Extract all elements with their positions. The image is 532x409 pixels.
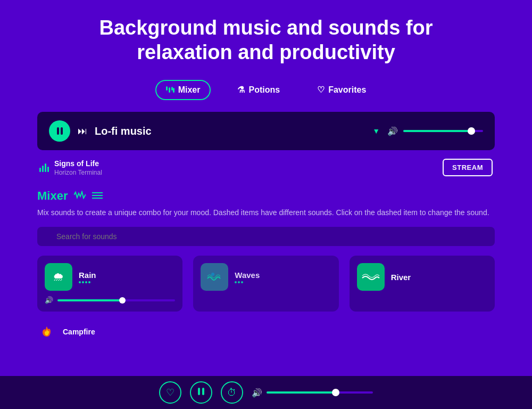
pause-icon [57,127,63,135]
rain-volume: 🔊 [45,296,175,304]
waves-icon [201,263,228,291]
mixer-header: Mixer [37,189,495,203]
river-info: River [391,273,411,282]
playback-pause-button[interactable] [190,381,212,404]
sound-card-rain: 🌧 Rain 🔊 [37,256,182,312]
tab-mixer[interactable]: Mixer [155,80,211,100]
song-title: Signs of Life [54,159,102,168]
heart-nav-icon: ♡ [317,85,325,95]
volume-fill [403,130,471,132]
volume-thumb [468,127,475,135]
volume-slider[interactable] [403,130,483,132]
song-info-text: Signs of Life Horizon Terminal [54,159,102,176]
page-wrapper: Background music and sounds for relaxati… [0,0,532,409]
river-name: River [391,273,411,282]
waves-info: Waves [235,271,260,283]
track-title: Lo-fi music [95,125,365,137]
waves-card-header: Waves [201,263,331,291]
heart-icon: ♡ [166,387,174,398]
campfire-name: Campfire [63,328,95,336]
rain-volume-icon: 🔊 [45,296,53,304]
waves-dots [235,281,260,283]
campfire-row: Campfire [37,319,495,341]
mixer-description: Mix sounds to create a unique combo for … [37,207,495,218]
svg-rect-3 [173,88,174,93]
svg-rect-1 [169,87,170,93]
playback-volume-section: 🔊 [252,388,373,398]
rain-slider[interactable] [57,299,175,301]
pause-playback-icon [197,387,205,398]
svg-rect-0 [166,86,168,91]
playback-volume-icon: 🔊 [252,388,262,398]
player-bar: ⏭ Lo-fi music ▼ 🔊 [37,112,495,150]
playback-bar: ♡ ⏱ 🔊 [0,376,532,409]
mixer-title: Mixer [37,189,68,203]
waveform-icon [39,163,49,172]
rain-name: Rain [79,271,96,280]
rain-fill [57,299,122,301]
river-card-header: River [357,263,487,291]
skip-button[interactable]: ⏭ [78,126,87,137]
favorite-button[interactable]: ♡ [159,381,181,404]
stream-button[interactable]: STREAM [443,159,493,176]
rain-dots [79,281,96,283]
timer-icon: ⏱ [227,387,237,398]
playback-volume-slider[interactable] [267,391,373,394]
pause-button[interactable] [49,120,70,142]
rain-info: Rain [79,271,96,283]
waves-name: Waves [235,271,260,280]
svg-point-7 [211,273,214,276]
svg-rect-8 [198,388,200,395]
nav-tabs: Mixer ⚗ Potions ♡ Favorites [155,79,377,100]
tab-favorites-label: Favorites [328,85,366,95]
sound-card-river-partial: River [350,256,495,312]
rain-thumb [119,297,126,304]
page-title: Background music and sounds for relaxati… [99,16,433,64]
volume-section: 🔊 [387,126,483,136]
flask-icon: ⚗ [237,85,245,95]
bars-icon [166,85,174,95]
tab-potions[interactable]: ⚗ Potions [227,79,290,100]
playback-volume-thumb [332,389,339,396]
song-info-row: Signs of Life Horizon Terminal STREAM [37,159,495,176]
tab-favorites[interactable]: ♡ Favorites [306,79,377,100]
sound-card-waves: Waves [193,256,338,312]
search-input[interactable] [37,227,495,246]
rain-icon: 🌧 [45,263,72,291]
mixer-section: Mixer Mix sounds to create a unique comb… [37,189,495,341]
song-meta: Signs of Life Horizon Terminal [39,159,102,176]
svg-rect-2 [171,87,173,91]
volume-icon: 🔊 [387,126,398,136]
waveform-mixer-icon [74,191,86,202]
sound-grid: 🌧 Rain 🔊 [37,256,495,312]
track-dropdown[interactable]: ▼ [372,127,380,135]
playback-volume-fill [267,391,336,394]
song-album: Horizon Terminal [54,169,102,176]
river-icon [357,263,385,291]
tab-potions-label: Potions [248,85,280,95]
timer-button[interactable]: ⏱ [221,381,243,404]
list-mixer-icon [92,191,103,202]
rain-card-header: 🌧 Rain [45,263,175,291]
campfire-icon [37,322,56,341]
svg-rect-9 [202,388,204,395]
tab-mixer-label: Mixer [178,85,201,95]
search-wrapper: 🔍 [37,227,495,256]
